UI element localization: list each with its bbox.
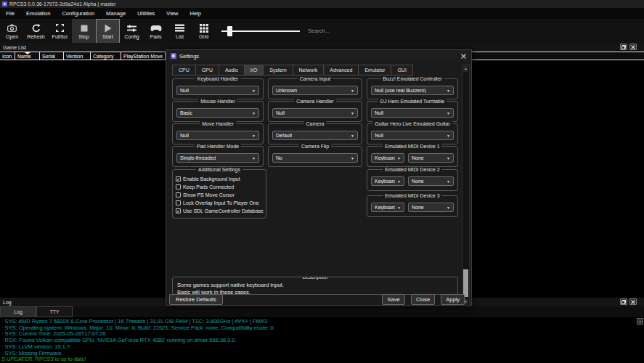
chevron-down-icon: ▼ — [252, 156, 256, 160]
scrollbar-thumb[interactable] — [463, 269, 468, 297]
menu-file[interactable]: File — [0, 8, 20, 19]
chevron-down-icon: ▼ — [351, 111, 354, 115]
open-label: Open — [6, 34, 18, 39]
game-list-float-button[interactable] — [620, 44, 627, 50]
grid-icon — [200, 23, 208, 33]
menu-help[interactable]: Help — [184, 8, 206, 19]
tab-cpu[interactable]: CPU — [172, 65, 196, 76]
tab-io[interactable]: I/O — [245, 65, 264, 76]
stop-button[interactable]: Stop — [72, 19, 96, 44]
buzz-controller-select[interactable]: Null (use real Buzzers) ▼ — [371, 86, 454, 95]
column-header-name[interactable]: Name — [15, 52, 40, 60]
grid-view-button[interactable]: Grid — [192, 19, 216, 44]
camera-input-select[interactable]: Unknown ▼ — [272, 86, 358, 95]
menu-view[interactable]: View — [160, 8, 184, 19]
option-keep-pads-connected[interactable]: Keep Pads Connected — [176, 183, 264, 191]
menu-utilities[interactable]: Utilities — [131, 8, 160, 19]
chevron-down-icon: ▼ — [397, 156, 401, 160]
midi-device-3-type-select[interactable]: Keyboard ▼ — [371, 203, 404, 212]
refresh-button[interactable]: Refresh — [24, 19, 48, 44]
option-lock-overlay-input[interactable]: Lock Overlay Input To Player One — [176, 199, 264, 207]
checkbox-unchecked[interactable] — [176, 200, 181, 205]
slider-handle[interactable] — [227, 26, 232, 36]
scroll-down-icon: ▼ — [465, 300, 468, 303]
camera-label: Camera — [304, 121, 327, 127]
mouse-handler-label: Mouse Handler — [198, 99, 237, 105]
game-list-close-button[interactable] — [629, 44, 637, 50]
restore-defaults-button[interactable]: Restore Defaults — [169, 294, 223, 305]
guitar-hero-live-select[interactable]: Null ▼ — [371, 131, 454, 140]
option-sdl-gamecontroller-db[interactable]: ✓ Use SDL GameController Database — [176, 207, 264, 215]
menu-manage[interactable]: Manage — [100, 8, 131, 19]
move-handler-select[interactable]: Null ▼ — [176, 131, 259, 140]
tab-network[interactable]: Network — [293, 65, 325, 76]
selected-value: None — [412, 205, 424, 210]
column-label: Category — [93, 54, 113, 59]
tab-emulator[interactable]: Emulator — [359, 65, 391, 76]
log-float-button[interactable] — [620, 298, 627, 305]
scrollbar-up-button[interactable]: ▲ — [463, 65, 468, 72]
close-button[interactable]: Close — [411, 294, 435, 305]
option-show-ps-move-cursor[interactable]: Show PS Move Cursor — [176, 191, 264, 199]
pads-button[interactable]: Pads — [144, 19, 168, 44]
midi-device-1-type-select[interactable]: Keyboard ▼ — [371, 153, 404, 163]
menu-emulation[interactable]: Emulation — [20, 8, 56, 19]
tab-log[interactable]: Log — [0, 306, 36, 317]
column-header-serial[interactable]: Serial — [40, 52, 64, 60]
window-titlebar: RPCS3 0.0.36-17972-2d9a24d1 Alpha | mast… — [0, 0, 644, 8]
mouse-handler-select[interactable]: Basic ▼ — [176, 108, 259, 118]
pads-label: Pads — [150, 34, 162, 39]
tab-system[interactable]: System — [264, 65, 293, 76]
start-button[interactable]: Start — [96, 19, 120, 44]
camera-handler-select[interactable]: Null ▼ — [272, 108, 358, 118]
fullscreen-button[interactable]: FullScr — [48, 19, 72, 44]
checkbox-unchecked[interactable] — [176, 192, 181, 197]
apply-button[interactable]: Apply — [441, 294, 465, 305]
tab-advanced[interactable]: Advanced — [324, 65, 359, 76]
settings-titlebar[interactable]: Settings — [166, 50, 471, 62]
column-header-icon[interactable]: Icon — [0, 52, 15, 60]
tab-gpu[interactable]: GPU — [196, 65, 219, 76]
log-close-button[interactable] — [629, 298, 637, 305]
camera-select[interactable]: Default ▼ — [272, 131, 358, 140]
option-enable-background-input[interactable]: ✓ Enable Background Input — [176, 175, 264, 183]
checkbox-checked[interactable]: ✓ — [176, 208, 181, 213]
pad-handler-mode-select[interactable]: Single-threaded ▼ — [176, 153, 259, 163]
camera-flip-select[interactable]: No ▼ — [272, 153, 358, 163]
log-content[interactable]: · SYS: AMD Ryzen 7 5800X 8-Core Processo… — [0, 317, 644, 363]
selected-value: No — [276, 155, 282, 160]
checkbox-unchecked[interactable] — [176, 184, 181, 189]
sort-ascending-icon — [25, 52, 30, 54]
log-tab-bar: Log TTY — [0, 306, 644, 317]
menu-configuration[interactable]: Configuration — [56, 8, 100, 19]
log-title: Log — [3, 300, 12, 305]
midi-device-1-select[interactable]: None ▼ — [408, 153, 454, 163]
game-list-dock-buttons — [620, 44, 637, 50]
column-header-version[interactable]: Version — [64, 52, 91, 60]
save-button[interactable]: Save — [382, 294, 405, 305]
chevron-down-icon: ▼ — [351, 134, 354, 138]
checkbox-checked[interactable]: ✓ — [176, 176, 181, 182]
settings-scrollbar[interactable]: ▲ ▼ — [462, 64, 470, 306]
column-header-playstation-move[interactable]: PlayStation Move — [121, 52, 166, 60]
list-view-button[interactable]: List — [168, 19, 192, 44]
midi-device-2-select[interactable]: None ▼ — [408, 176, 454, 186]
open-button[interactable]: Open — [0, 19, 24, 44]
selected-value: Null — [180, 133, 189, 138]
keyboard-handler-select[interactable]: Null ▼ — [176, 86, 259, 95]
dj-hero-turntable-select[interactable]: Null ▼ — [371, 108, 454, 118]
search-input[interactable] — [308, 25, 395, 36]
pad-handler-mode-label: Pad Handler Mode — [195, 144, 241, 150]
column-header-category[interactable]: Category — [91, 52, 121, 60]
selected-value: Basic — [180, 110, 192, 115]
log-scroll-up-button[interactable]: ▲ — [637, 318, 643, 325]
tab-audio[interactable]: Audio — [219, 65, 245, 76]
icon-size-slider[interactable] — [221, 19, 300, 44]
tab-gui[interactable]: GUI — [391, 65, 412, 76]
tab-tty[interactable]: TTY — [36, 306, 73, 317]
midi-device-3-select[interactable]: None ▼ — [408, 203, 454, 212]
settings-close-button[interactable] — [460, 52, 467, 60]
config-button[interactable]: Config — [120, 19, 144, 44]
midi-device-2-type-select[interactable]: Keyboard ▼ — [371, 176, 404, 186]
scroll-up-icon: ▲ — [465, 67, 468, 70]
